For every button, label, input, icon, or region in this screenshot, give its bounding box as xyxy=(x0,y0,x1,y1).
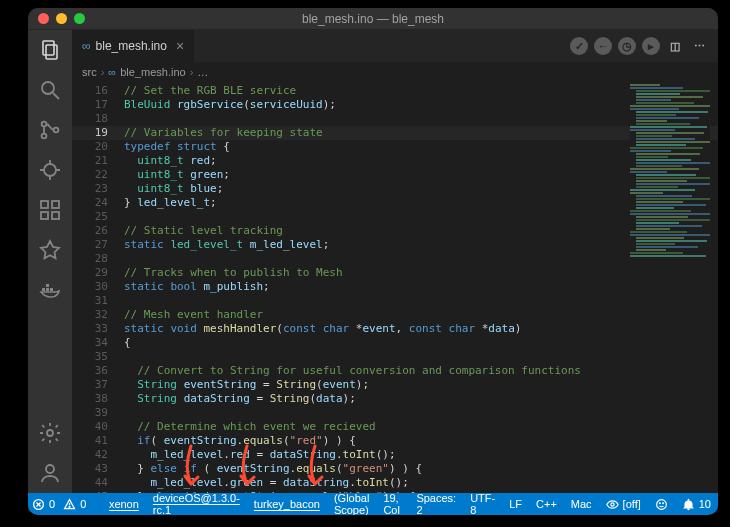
status-cursor[interactable]: Ln 19, Col 31 xyxy=(376,493,409,515)
minimap[interactable] xyxy=(630,84,710,284)
status-eol[interactable]: LF xyxy=(502,493,529,515)
svg-point-28 xyxy=(656,499,666,509)
svg-rect-18 xyxy=(50,288,53,291)
error-icon xyxy=(32,498,45,511)
svg-point-7 xyxy=(44,164,56,176)
editor-group: ∞ ble_mesh.ino × ✓ ← ◷ ▸ ◫ ⋯ src › ∞ ble xyxy=(72,30,718,493)
search-icon[interactable] xyxy=(36,76,64,104)
breadcrumb-file: ble_mesh.ino xyxy=(120,66,185,78)
status-indent[interactable]: Spaces: 2 xyxy=(409,493,463,515)
tab-label: ble_mesh.ino xyxy=(96,39,167,53)
status-encoding[interactable]: UTF-8 xyxy=(463,493,502,515)
status-notifications[interactable]: 10 xyxy=(675,493,718,515)
svg-point-20 xyxy=(47,430,53,436)
svg-rect-19 xyxy=(46,284,49,287)
settings-icon[interactable] xyxy=(36,419,64,447)
status-bar: 0 0 xenon deviceOS@1.3.0-rc.1 turkey_bac… xyxy=(28,493,718,515)
tab-close-icon[interactable]: × xyxy=(176,38,184,54)
svg-rect-1 xyxy=(46,45,57,59)
window-title: ble_mesh.ino — ble_mesh xyxy=(28,12,718,26)
split-icon[interactable]: ◫ xyxy=(666,37,684,55)
account-icon[interactable] xyxy=(36,459,64,487)
status-feedback[interactable] xyxy=(648,493,675,515)
clock-icon[interactable]: ◷ xyxy=(618,37,636,55)
status-platform[interactable]: xenon xyxy=(102,493,146,515)
status-language[interactable]: C++ xyxy=(529,493,564,515)
svg-line-3 xyxy=(53,93,59,99)
error-count: 0 xyxy=(49,498,55,510)
debug-icon[interactable] xyxy=(36,156,64,184)
line-number-gutter: 1617181920212223242526272829303132333435… xyxy=(72,82,118,493)
window-controls xyxy=(38,13,85,24)
text-editor[interactable]: 1617181920212223242526272829303132333435… xyxy=(72,82,718,493)
breadcrumb-folder: src xyxy=(82,66,97,78)
play-icon[interactable]: ▸ xyxy=(642,37,660,55)
window-maximize-button[interactable] xyxy=(74,13,85,24)
check-icon[interactable]: ✓ xyxy=(570,37,588,55)
status-device[interactable]: turkey_bacon xyxy=(247,493,327,515)
eye-icon xyxy=(606,498,619,511)
file-ino-icon: ∞ xyxy=(108,66,116,78)
chevron-right-icon: › xyxy=(190,66,194,78)
svg-rect-12 xyxy=(41,201,48,208)
svg-point-29 xyxy=(659,502,660,503)
notification-count: 10 xyxy=(699,498,711,510)
files-icon[interactable] xyxy=(36,36,64,64)
svg-rect-0 xyxy=(43,41,54,55)
file-ino-icon: ∞ xyxy=(82,39,91,53)
window-close-button[interactable] xyxy=(38,13,49,24)
svg-point-30 xyxy=(662,502,663,503)
warning-icon xyxy=(63,498,76,511)
status-scope[interactable]: (Global Scope) xyxy=(327,493,376,515)
back-icon[interactable]: ← xyxy=(594,37,612,55)
editor-actions: ✓ ← ◷ ▸ ◫ ⋯ xyxy=(570,30,718,62)
titlebar: ble_mesh.ino — ble_mesh xyxy=(28,8,718,30)
svg-rect-17 xyxy=(46,288,49,291)
breadcrumb-symbol: … xyxy=(197,66,208,78)
problems-button[interactable]: 0 0 xyxy=(28,493,90,515)
status-os[interactable]: Mac xyxy=(564,493,599,515)
warning-count: 0 xyxy=(80,498,86,510)
vscode-window: ble_mesh.ino — ble_mesh xyxy=(28,8,718,515)
svg-rect-14 xyxy=(41,212,48,219)
more-icon[interactable]: ⋯ xyxy=(690,37,708,55)
svg-point-27 xyxy=(610,502,613,505)
svg-point-26 xyxy=(69,506,70,507)
bell-icon xyxy=(682,498,695,511)
extensions-icon[interactable] xyxy=(36,196,64,224)
svg-rect-15 xyxy=(52,212,59,219)
window-minimize-button[interactable] xyxy=(56,13,67,24)
svg-rect-13 xyxy=(52,201,59,208)
svg-point-4 xyxy=(42,122,47,127)
svg-point-21 xyxy=(46,465,54,473)
status-deviceos[interactable]: deviceOS@1.3.0-rc.1 xyxy=(146,493,247,515)
svg-point-5 xyxy=(42,134,47,139)
docker-icon[interactable] xyxy=(36,276,64,304)
chevron-right-icon: › xyxy=(101,66,105,78)
smiley-icon xyxy=(655,498,668,511)
particle-icon[interactable] xyxy=(36,236,64,264)
activity-bar xyxy=(28,30,72,493)
svg-point-6 xyxy=(54,128,59,133)
code-content[interactable]: // Set the RGB BLE serviceBleUuid rgbSer… xyxy=(124,82,624,493)
scm-icon[interactable] xyxy=(36,116,64,144)
svg-point-2 xyxy=(42,82,54,94)
status-power[interactable]: [off] xyxy=(599,493,648,515)
svg-rect-16 xyxy=(42,288,45,291)
tabs-row: ∞ ble_mesh.ino × ✓ ← ◷ ▸ ◫ ⋯ xyxy=(72,30,718,62)
tab-ble-mesh[interactable]: ∞ ble_mesh.ino × xyxy=(72,30,195,62)
breadcrumb[interactable]: src › ∞ ble_mesh.ino › … xyxy=(72,62,718,82)
